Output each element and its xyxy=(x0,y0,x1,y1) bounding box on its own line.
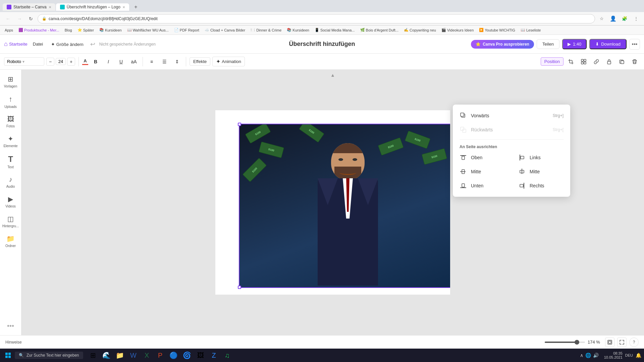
address-bar[interactable]: 🔒 canva.com/design/DAEdomzcjl/drBfjHdCoj… xyxy=(38,14,595,23)
more-options-button[interactable]: ••• xyxy=(629,39,640,50)
size-menu[interactable]: ✦ Größe ändern xyxy=(48,40,86,48)
taskbar-edge[interactable]: 🌊 xyxy=(101,349,113,361)
back-button[interactable]: ← xyxy=(3,14,13,23)
bookmark-7[interactable]: ☁️ Cload + Canva Bilder xyxy=(203,27,247,33)
taskbar-zoom[interactable]: Z xyxy=(208,349,220,361)
bookmark-14[interactable]: ▶️ Youtube WICHTIG xyxy=(477,27,517,33)
sidebar-item-text[interactable]: T Text xyxy=(1,152,20,172)
bookmark-13[interactable]: 🎬 Videokurs Ideen xyxy=(439,27,476,33)
forward-item[interactable]: Vorwärts Strg+] xyxy=(453,109,570,123)
case-button[interactable]: aA xyxy=(128,56,139,67)
start-button[interactable] xyxy=(3,350,13,361)
undo-button[interactable]: ↩ xyxy=(89,39,97,49)
reload-button[interactable]: ↻ xyxy=(26,14,36,23)
lock-icon-btn[interactable] xyxy=(604,56,614,67)
effects-button[interactable]: Effekte xyxy=(190,57,210,66)
new-tab-button[interactable]: + xyxy=(131,2,141,12)
handle-bl[interactable] xyxy=(238,286,241,289)
sidebar-item-uploads[interactable]: ↑ Uploads xyxy=(1,92,20,111)
bookmark-1[interactable]: 🟪 Produktsuche - Mer... xyxy=(16,27,61,33)
tab2-close[interactable]: ✕ xyxy=(122,5,125,9)
browser-menu-btn[interactable]: ⋮ xyxy=(631,14,641,23)
play-button[interactable]: ▶ 1:40 xyxy=(562,39,587,49)
sidebar-item-hintergrund[interactable]: ◫ Hintergru... xyxy=(1,212,20,231)
italic-button[interactable]: I xyxy=(103,56,114,67)
tray-network[interactable]: 🌐 xyxy=(585,353,591,358)
taskbar-excel[interactable]: X xyxy=(141,349,153,361)
bookmark-5[interactable]: 📖 Wahlfächer WU Aus... xyxy=(125,27,171,33)
tray-speaker[interactable]: 🔊 xyxy=(593,353,599,358)
person-image-selected[interactable]: $100 $100 $100 $100 $100 $100 $100 xyxy=(239,124,450,288)
bookmark-apps[interactable]: Apps xyxy=(3,27,15,33)
taskbar-powerpoint[interactable]: P xyxy=(154,349,166,361)
share-button[interactable]: Teilen xyxy=(537,39,559,49)
align-right-item[interactable]: Rechts xyxy=(512,179,570,193)
bookmark-6[interactable]: 📄 PDF Report xyxy=(172,27,201,33)
link-icon-btn[interactable] xyxy=(591,56,602,67)
home-button[interactable]: ⌂ Startseite xyxy=(4,41,28,48)
delete-icon-btn[interactable] xyxy=(629,56,640,67)
taskbar-explorer[interactable]: 📁 xyxy=(114,349,126,361)
sidebar-item-fotos[interactable]: 🖼 Fotos xyxy=(1,113,20,131)
font-size-value[interactable]: 24 xyxy=(56,58,66,65)
tab-2[interactable]: Überschrift hinzufügen – Logo ✕ xyxy=(56,3,129,11)
bookmark-11[interactable]: 🌿 Bois d'Argent Duft... xyxy=(358,27,400,33)
canva-pro-button[interactable]: ⭐ Canva Pro ausprobieren xyxy=(471,40,534,49)
taskbar-spotify[interactable]: ♫ xyxy=(221,349,233,361)
sidebar-item-vorlagen[interactable]: ⊞ Vorlagen xyxy=(1,72,20,91)
font-size-decrease[interactable]: − xyxy=(46,58,54,66)
bookmark-12[interactable]: ✍️ Copywriting neu xyxy=(402,27,438,33)
taskbar-photos[interactable]: 🖼 xyxy=(195,349,207,361)
zoom-slider[interactable] xyxy=(545,342,585,343)
animation-button[interactable]: ✦ Animation xyxy=(212,57,245,66)
duplicate-icon-btn[interactable] xyxy=(616,56,627,67)
list-button[interactable]: ☰ xyxy=(159,56,170,67)
taskbar-word[interactable]: W xyxy=(127,349,140,361)
underline-button[interactable]: U xyxy=(116,56,126,67)
font-size-increase[interactable]: + xyxy=(67,58,75,66)
backward-item[interactable]: Rückwärts Strg+[ xyxy=(453,123,570,137)
align-top-item[interactable]: Oben xyxy=(453,150,512,165)
fit-screen-button[interactable] xyxy=(605,338,614,347)
bookmark-15[interactable]: 📖 Leseliste xyxy=(519,27,543,33)
download-button[interactable]: ⬇ Download xyxy=(589,39,627,49)
sidebar-item-audio[interactable]: ♪ Audio xyxy=(1,173,20,191)
tray-arrow[interactable]: ∧ xyxy=(580,353,583,358)
grid-icon-btn[interactable] xyxy=(578,56,589,67)
sidebar-more[interactable]: ••• xyxy=(1,319,20,333)
bookmark-8[interactable]: 🍽️ Dinner & Crime xyxy=(249,27,283,33)
fullscreen-button[interactable] xyxy=(617,338,627,347)
tab-1[interactable]: Startseite – Canva ✕ xyxy=(3,3,55,11)
bookmark-10[interactable]: 📱 Social Media Mana... xyxy=(313,27,357,33)
position-button[interactable]: Position xyxy=(541,57,564,66)
font-family-selector[interactable]: Roboto ▾ xyxy=(4,57,44,66)
tab1-close[interactable]: ✕ xyxy=(49,5,51,9)
notification-icon[interactable]: 🔔 xyxy=(636,353,641,358)
file-menu[interactable]: Datei xyxy=(30,40,46,48)
sidebar-item-elemente[interactable]: ✦ Elemente xyxy=(1,132,20,150)
bookmark-4[interactable]: 📚 Kursideen xyxy=(97,27,124,33)
sidebar-item-ordner[interactable]: 📁 Ordner xyxy=(1,232,20,250)
scroll-up-indicator[interactable]: ▲ xyxy=(330,72,335,78)
taskbar-edge2[interactable]: 🌀 xyxy=(181,349,193,361)
bookmark-star[interactable]: ☆ xyxy=(597,14,606,23)
spacing-button[interactable]: ⇕ xyxy=(172,56,182,67)
bold-button[interactable]: B xyxy=(90,56,101,67)
align-button[interactable]: ≡ xyxy=(146,56,157,67)
align-left-item[interactable]: Links xyxy=(512,150,570,165)
help-button[interactable]: ? xyxy=(629,338,639,347)
align-middle-v-item[interactable]: Mitte xyxy=(453,165,512,179)
extensions-btn[interactable]: 🧩 xyxy=(620,14,629,23)
crop-icon-btn[interactable] xyxy=(566,56,576,67)
clock[interactable]: 08:35 10.05.2021 xyxy=(604,351,623,359)
align-bottom-item[interactable]: Unten xyxy=(453,179,512,193)
bookmark-3[interactable]: ⭐ Später xyxy=(75,27,96,33)
sidebar-item-videos[interactable]: ▶ Videos xyxy=(1,192,20,211)
bookmark-9[interactable]: 📚 Kursideen xyxy=(285,27,311,33)
taskbar-task-view[interactable]: ⊞ xyxy=(87,349,99,361)
align-center-h-item[interactable]: Mitte xyxy=(512,165,570,179)
zoom-thumb[interactable] xyxy=(575,340,579,345)
bookmark-2[interactable]: Blog xyxy=(63,27,74,33)
handle-tl[interactable] xyxy=(238,123,241,126)
text-color-button[interactable]: A xyxy=(82,58,88,65)
